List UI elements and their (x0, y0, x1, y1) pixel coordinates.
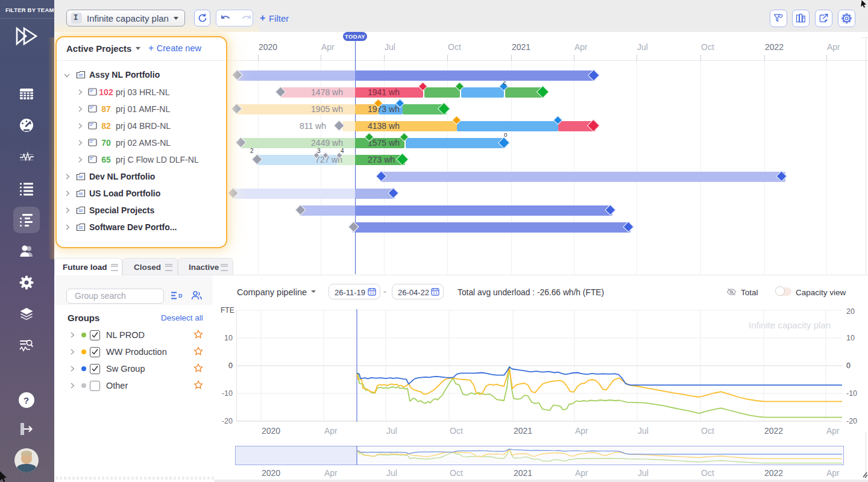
svg-text:D: D (178, 293, 183, 299)
